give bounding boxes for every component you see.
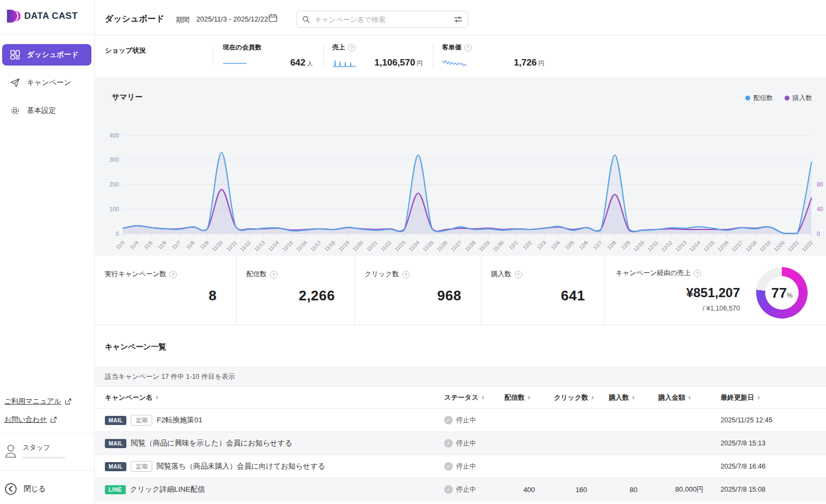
- sort-icon: ▲▼: [155, 395, 159, 400]
- svg-text:11/15: 11/15: [281, 240, 294, 253]
- svg-text:11/8: 11/8: [185, 240, 196, 250]
- svg-text:11/28: 11/28: [464, 240, 476, 253]
- kpi-purchases: 購入数 ? 641: [481, 256, 604, 325]
- svg-text:12/4: 12/4: [550, 240, 561, 251]
- column-clicks[interactable]: クリック数 ▲▼: [554, 393, 609, 402]
- svg-text:12/2: 12/2: [522, 240, 533, 251]
- svg-text:12/3: 12/3: [536, 240, 547, 251]
- column-delivered[interactable]: 配信数 ▲▼: [504, 393, 554, 402]
- legend-item-purchases: 購入数: [785, 93, 812, 103]
- datacast-dashboard: DATA CAST ダッシュボード キャンペーン: [0, 0, 826, 504]
- divider: [433, 44, 433, 68]
- column-amount[interactable]: 購入金額 ▲▼: [658, 393, 721, 402]
- svg-text:11/29: 11/29: [478, 240, 491, 253]
- kpi-value: 8: [105, 287, 217, 304]
- svg-text:12/14: 12/14: [688, 240, 702, 253]
- calendar-icon[interactable]: [268, 13, 277, 25]
- status-check-icon: ✓: [444, 439, 453, 448]
- svg-text:12/9: 12/9: [620, 240, 631, 251]
- svg-text:400: 400: [109, 132, 119, 139]
- kpi-row: 実行キャンペーン数 ? 8 配信数 ? 2,266 クリック数 ? 968 購入…: [95, 256, 826, 325]
- shop-status-title: ショップ状況: [105, 46, 146, 55]
- sales-sparkline: [332, 57, 357, 68]
- campaign-name: クリック詳細LINE配信: [130, 485, 205, 494]
- help-icon[interactable]: ?: [348, 44, 355, 52]
- gear-icon: [10, 105, 20, 116]
- status-check-icon: ✓: [444, 416, 453, 424]
- legend-label: 購入数: [793, 93, 812, 103]
- contact-link[interactable]: お問い合わせ: [0, 411, 95, 429]
- svg-text:11/16: 11/16: [295, 240, 308, 253]
- status-cell: ✓ 停止中: [444, 462, 504, 471]
- svg-text:12/8: 12/8: [606, 240, 617, 251]
- svg-text:11/30: 11/30: [492, 240, 505, 253]
- column-purchases[interactable]: 購入数 ▲▼: [609, 393, 658, 402]
- svg-text:11/18: 11/18: [323, 240, 336, 253]
- table-row[interactable]: LINE クリック詳細LINE配信 ✓ 停止中 400 160 80 80,00…: [95, 478, 826, 501]
- metric-unit: 円: [538, 60, 544, 67]
- svg-text:11/25: 11/25: [422, 240, 435, 253]
- svg-text:11/5: 11/5: [143, 240, 153, 250]
- help-icon[interactable]: ?: [464, 44, 472, 52]
- sidebar-item-campaign[interactable]: キャンペーン: [2, 72, 91, 93]
- result-count-info: 該当キャンペーン 17 件中 1-10 件目を表示: [95, 367, 826, 387]
- campaign-name: F2転換施策01: [156, 415, 202, 425]
- manual-link[interactable]: ご利用マニュアル: [0, 392, 95, 411]
- search-input[interactable]: [315, 16, 450, 24]
- metric-sales: 売上 ? 1,106,570円: [332, 43, 423, 70]
- recurring-badge: 定期: [131, 415, 152, 426]
- paper-plane-icon: [10, 77, 20, 88]
- metric-value: 1,106,570: [374, 57, 415, 68]
- clicks-cell: 160: [554, 486, 609, 494]
- help-icon[interactable]: ?: [270, 271, 277, 278]
- channel-badge-line: LINE: [105, 485, 126, 494]
- brand-logo[interactable]: DATA CAST: [5, 9, 78, 24]
- column-campaign-name[interactable]: キャンペーン名 ▲▼: [105, 393, 444, 402]
- help-icon[interactable]: ?: [515, 271, 522, 278]
- top-bar: ダッシュボード 期間 2025/11/3 - 2025/12/22: [95, 0, 826, 35]
- svg-text:11/23: 11/23: [394, 240, 407, 253]
- svg-text:300: 300: [109, 156, 119, 163]
- sidebar-item-dashboard[interactable]: ダッシュボード: [2, 44, 91, 66]
- svg-text:12/22: 12/22: [801, 240, 814, 253]
- sidebar-item-label: キャンペーン: [27, 78, 72, 88]
- kpi-label: 実行キャンペーン数: [105, 270, 166, 279]
- svg-text:40: 40: [817, 206, 823, 212]
- help-icon[interactable]: ?: [694, 270, 701, 277]
- status-check-icon: ✓: [444, 485, 453, 494]
- table-row[interactable]: MAIL 定期 閲覧落ち（商品未購入）会員に向けてお知らせする ✓ 停止中 20…: [95, 455, 826, 478]
- sidebar-item-settings[interactable]: 基本設定: [2, 100, 91, 121]
- page-title: ダッシュボード: [105, 13, 165, 25]
- svg-text:11/19: 11/19: [337, 240, 350, 253]
- period-value: 2025/11/3 - 2025/12/22: [196, 15, 268, 23]
- campaign-list-section: キャンペーン一覧 該当キャンペーン 17 件中 1-10 件目を表示 キャンペー…: [95, 325, 826, 501]
- column-status[interactable]: ステータス ▲▼: [444, 393, 504, 402]
- delivered-cell: 400: [504, 486, 554, 494]
- status-badge: 停止中: [456, 439, 476, 448]
- staff-account[interactable]: スタッフ: [0, 438, 95, 466]
- sidebar-item-label: ダッシュボード: [27, 50, 79, 60]
- sort-icon: ▲▼: [481, 395, 485, 400]
- svg-text:11/6: 11/6: [156, 240, 167, 250]
- filter-sliders-icon[interactable]: [454, 16, 462, 23]
- svg-text:12/20: 12/20: [773, 240, 786, 253]
- table-row[interactable]: MAIL 定期 F2転換施策01 ✓ 停止中 2025/11/25 12:45: [95, 409, 826, 432]
- svg-text:11/22: 11/22: [380, 240, 393, 253]
- kpi-label: 配信数: [246, 270, 267, 279]
- close-label: 閉じる: [24, 484, 46, 494]
- external-link-icon: [65, 398, 72, 405]
- svg-text:0: 0: [817, 231, 820, 237]
- metric-value: 1,726: [514, 57, 537, 68]
- members-sparkline: [223, 59, 247, 68]
- staff-name-redacted: [23, 455, 65, 458]
- help-icon[interactable]: ?: [402, 271, 410, 278]
- column-updated[interactable]: 最終更新日 ▲▼: [721, 393, 812, 402]
- table-row[interactable]: MAIL 閲覧（商品に興味を示した）会員にお知らせする ✓ 停止中 2025/7…: [95, 432, 826, 455]
- svg-text:11/24: 11/24: [408, 240, 421, 253]
- summary-line-chart[interactable]: 01002003004000408011/311/411/511/611/711…: [95, 129, 826, 256]
- collapse-sidebar-button[interactable]: 閉じる: [0, 475, 95, 504]
- help-icon[interactable]: ?: [169, 271, 177, 278]
- chart-legend: 配信数 購入数: [745, 93, 812, 103]
- channel-badge-mail: MAIL: [105, 462, 126, 471]
- updated-cell: 2025/11/25 12:45: [721, 416, 812, 424]
